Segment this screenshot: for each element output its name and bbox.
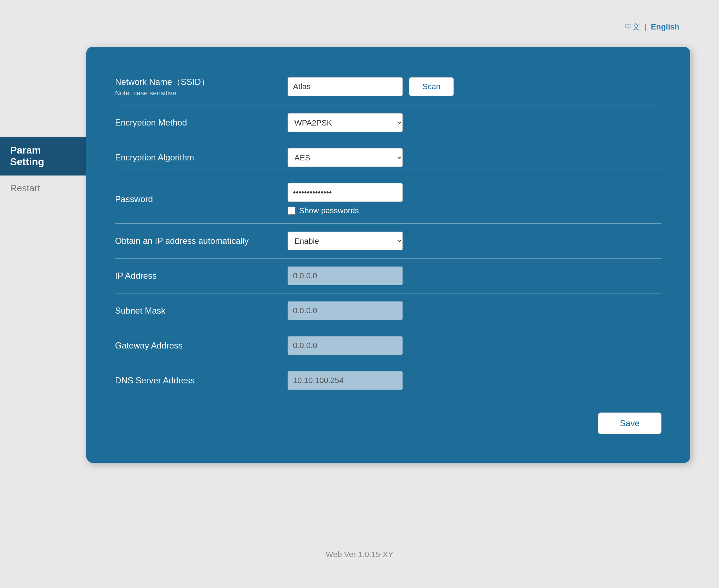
save-button[interactable]: Save [598, 412, 661, 434]
subnet-mask-row: Subnet Mask [115, 293, 661, 328]
sidebar: Param Setting Restart [0, 137, 86, 201]
gateway-input[interactable] [288, 336, 403, 355]
network-name-row: Network Name（SSID） Note: case sensitive … [115, 68, 661, 105]
password-wrap: Show passwords [288, 183, 403, 215]
encryption-method-controls: WPA2PSK WPA-PSK WEP None [288, 113, 661, 132]
dns-row: DNS Server Address [115, 363, 661, 398]
encryption-algorithm-label: Encryption Algorithm [115, 152, 288, 163]
lang-separator: | [645, 22, 647, 32]
footer: Web Ver:1.0.15-XY [0, 550, 719, 559]
scan-button[interactable]: Scan [409, 77, 454, 96]
main-card: Network Name（SSID） Note: case sensitive … [86, 47, 690, 463]
network-name-controls: Scan [288, 77, 661, 96]
network-name-note: Note: case sensitive [115, 89, 288, 97]
encryption-algorithm-controls: AES TKIP AES+TKIP [288, 148, 661, 167]
gateway-label: Gateway Address [115, 341, 288, 351]
lang-chinese[interactable]: 中文 [624, 22, 640, 32]
version-text: Web Ver:1.0.15-XY [326, 550, 393, 559]
ip-address-input[interactable] [288, 266, 403, 285]
password-controls: Show passwords [288, 183, 661, 215]
gateway-row: Gateway Address [115, 328, 661, 363]
obtain-ip-select[interactable]: Enable Disable [288, 232, 403, 250]
dns-controls [288, 371, 661, 390]
save-row: Save [115, 412, 661, 434]
encryption-method-select[interactable]: WPA2PSK WPA-PSK WEP None [288, 113, 403, 132]
show-password-label[interactable]: Show passwords [299, 206, 359, 215]
network-name-label: Network Name（SSID） Note: case sensitive [115, 76, 288, 97]
password-row: Password Show passwords [115, 175, 661, 224]
subnet-mask-input[interactable] [288, 301, 403, 320]
ip-address-label: IP Address [115, 271, 288, 281]
sidebar-item-restart[interactable]: Restart [0, 176, 86, 201]
password-input[interactable] [288, 183, 403, 202]
obtain-ip-row: Obtain an IP address automatically Enabl… [115, 224, 661, 259]
encryption-method-label: Encryption Method [115, 118, 288, 128]
show-password-checkbox[interactable] [288, 207, 296, 215]
obtain-ip-label: Obtain an IP address automatically [115, 236, 288, 246]
ip-address-row: IP Address [115, 259, 661, 293]
dns-label: DNS Server Address [115, 375, 288, 386]
network-name-input[interactable] [288, 77, 403, 96]
gateway-controls [288, 336, 661, 355]
sidebar-item-param-setting[interactable]: Param Setting [0, 137, 86, 176]
ip-address-controls [288, 266, 661, 285]
show-password-row: Show passwords [288, 206, 403, 215]
lang-english[interactable]: English [651, 22, 679, 32]
encryption-algorithm-select[interactable]: AES TKIP AES+TKIP [288, 148, 403, 167]
obtain-ip-controls: Enable Disable [288, 232, 661, 250]
password-label: Password [115, 194, 288, 204]
encryption-algorithm-row: Encryption Algorithm AES TKIP AES+TKIP [115, 140, 661, 175]
subnet-mask-controls [288, 301, 661, 320]
subnet-mask-label: Subnet Mask [115, 306, 288, 316]
dns-input[interactable] [288, 371, 403, 390]
encryption-method-row: Encryption Method WPA2PSK WPA-PSK WEP No… [115, 105, 661, 140]
